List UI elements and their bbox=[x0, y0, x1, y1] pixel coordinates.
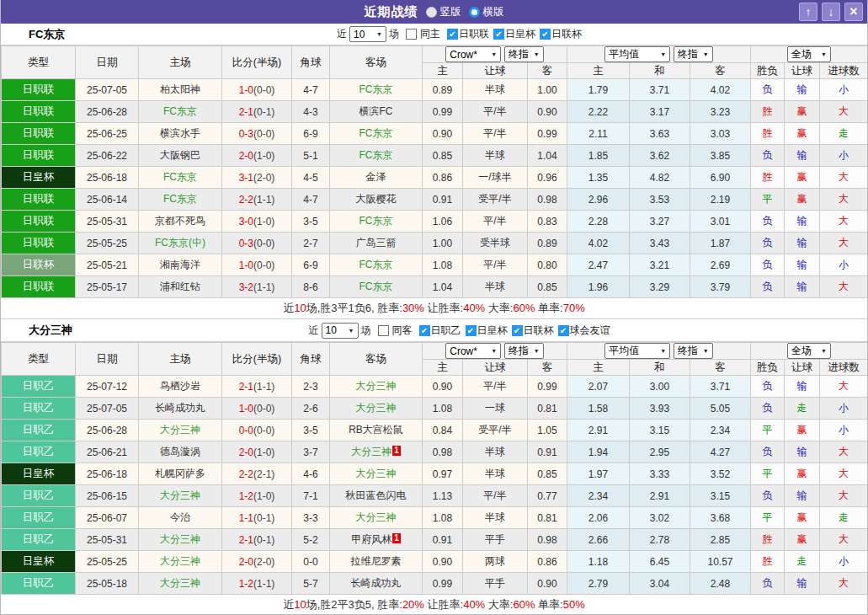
home-team: 京都不死鸟 bbox=[139, 211, 222, 233]
handicap-result: 输 bbox=[785, 573, 820, 595]
col-handicap-result: 让球 bbox=[785, 360, 820, 376]
league-checkbox-label: 日职乙 bbox=[431, 324, 461, 338]
corner-count: 0-0 bbox=[292, 551, 330, 573]
match-score: 2-2(2-1) bbox=[222, 463, 292, 485]
home-team: 大分三神 bbox=[139, 420, 222, 441]
league-checkbox[interactable]: ✔ bbox=[466, 325, 477, 336]
home-odds: 1.08 bbox=[423, 398, 463, 420]
average-value: 平均值 bbox=[609, 47, 639, 62]
league-checkbox[interactable]: ✔ bbox=[447, 29, 458, 40]
avg-draw-odds: 2.78 bbox=[630, 529, 690, 551]
summary-row: 近10场,胜2平3负5, 胜率:20% 让胜率:40% 大率:60% 单率:50… bbox=[1, 595, 867, 615]
halftime-score: (0-0) bbox=[253, 128, 274, 140]
table-row: 日职联25-06-22大阪钢巴2-0(1-0)5-1FC东京0.85半球1.04… bbox=[2, 145, 868, 167]
summary-text: 大率: bbox=[485, 598, 513, 611]
avg-home-odds: 1.18 bbox=[567, 551, 630, 573]
home-odds: 0.90 bbox=[423, 551, 463, 573]
home-team: 大阪钢巴 bbox=[139, 145, 222, 167]
results-table: 类型 日期 主场 比分(半场) 角球 客场 Crow*▼ 终指▼ 平均值▼ 终指… bbox=[1, 342, 868, 595]
avg-home-odds: 1.85 bbox=[567, 145, 630, 167]
away-odds: 0.99 bbox=[528, 123, 567, 145]
avg-away-odds: 5.05 bbox=[690, 398, 751, 420]
handicap-line: 平/半 bbox=[463, 376, 528, 398]
away-team: 大阪樱花 bbox=[330, 189, 423, 211]
home-team: 长崎成功丸 bbox=[139, 398, 222, 420]
fulltime-score: 2-2 bbox=[239, 194, 253, 206]
chevron-down-icon: ▼ bbox=[376, 31, 382, 37]
league-checkbox[interactable]: ✔ bbox=[540, 29, 551, 40]
odds-company-select[interactable]: Crow*▼ bbox=[445, 46, 501, 62]
fulltime-score: 0-0 bbox=[239, 425, 253, 436]
league-checkboxes: ✔日职联✔日皇杯✔日联杯 bbox=[443, 27, 582, 41]
avg-draw-odds: 3.62 bbox=[630, 145, 690, 167]
average-select[interactable]: 平均值▼ bbox=[604, 343, 670, 359]
full-match-select[interactable]: 全场▼ bbox=[787, 343, 831, 359]
avg-draw-odds: 2.95 bbox=[630, 441, 690, 463]
average-select[interactable]: 平均值▼ bbox=[604, 46, 670, 62]
home-odds: 0.99 bbox=[423, 101, 463, 123]
summary-text: 让胜率: bbox=[424, 302, 463, 314]
avg-away-odds: 3.85 bbox=[690, 145, 751, 167]
league-checkbox[interactable]: ✔ bbox=[493, 29, 504, 40]
handicap-result: 赢 bbox=[785, 123, 820, 145]
avg-draw-odds: 3.04 bbox=[630, 573, 690, 595]
match-type-badge: 日职乙 bbox=[2, 529, 76, 551]
halftime-score: (2-0) bbox=[253, 556, 274, 568]
odds-company-value: Crow* bbox=[450, 49, 477, 61]
league-checkbox[interactable]: ✔ bbox=[419, 325, 430, 336]
move-down-button[interactable]: ↓ bbox=[822, 3, 840, 21]
handicap-line: 平/半 bbox=[463, 101, 528, 123]
same-venue-checkbox[interactable] bbox=[406, 29, 417, 40]
final-odds-select-2[interactable]: 终指▼ bbox=[674, 46, 713, 62]
fulltime-score: 1-0 bbox=[239, 84, 253, 96]
summary-text: 50% bbox=[563, 598, 585, 611]
avg-home-odds: 2.47 bbox=[567, 254, 630, 276]
handicap-line: 半球 bbox=[463, 145, 528, 167]
avg-away-odds: 4.02 bbox=[690, 79, 751, 101]
summary-text: 单率: bbox=[535, 302, 562, 314]
final-odds-select-2[interactable]: 终指▼ bbox=[674, 343, 713, 359]
close-button[interactable]: × bbox=[844, 3, 863, 21]
home-team: 大分三神 bbox=[139, 529, 222, 551]
odds-company-value: Crow* bbox=[450, 345, 477, 357]
summary-text: 10 bbox=[294, 598, 306, 611]
layout-radio-horizontal[interactable]: 横版 bbox=[469, 5, 504, 19]
odds-company-select[interactable]: Crow*▼ bbox=[445, 343, 501, 359]
col-away: 客场 bbox=[330, 46, 423, 79]
full-match-group-header: 全场▼ bbox=[751, 46, 868, 63]
radio-icon[interactable] bbox=[426, 7, 437, 18]
match-count-select[interactable]: 10 ▼ bbox=[349, 26, 386, 42]
avg-draw-odds: 3.63 bbox=[630, 123, 690, 145]
league-checkbox[interactable]: ✔ bbox=[558, 325, 569, 336]
move-up-button[interactable]: ↑ bbox=[799, 3, 817, 21]
league-checkbox[interactable]: ✔ bbox=[512, 325, 523, 336]
away-odds: 1.04 bbox=[528, 145, 567, 167]
away-odds: 0.77 bbox=[528, 485, 567, 507]
full-match-select[interactable]: 全场▼ bbox=[787, 46, 831, 62]
avg-draw-odds: 3.43 bbox=[630, 233, 690, 254]
match-date: 25-06-25 bbox=[76, 123, 139, 145]
avg-draw-odds: 3.29 bbox=[630, 276, 690, 298]
radio-icon[interactable] bbox=[469, 7, 480, 18]
away-team: 大分三神 bbox=[330, 398, 423, 420]
final-odds-value: 终指 bbox=[678, 47, 698, 62]
near-label: 近 bbox=[309, 324, 319, 338]
final-odds-select[interactable]: 终指▼ bbox=[504, 343, 544, 359]
same-venue-checkbox[interactable] bbox=[378, 325, 389, 336]
goals-result: 大 bbox=[820, 463, 868, 485]
summary-text: 30% bbox=[402, 302, 424, 314]
avg-draw-odds: 3.53 bbox=[630, 189, 690, 211]
away-team: FC东京 bbox=[330, 276, 423, 298]
avg-home-odds: 1.79 bbox=[567, 79, 630, 101]
home-odds: 0.85 bbox=[423, 145, 463, 167]
match-count-select[interactable]: 10 ▼ bbox=[322, 323, 359, 339]
table-row: 日职乙25-06-28大分三神0-0(0-0)3-5RB大宫松鼠0.84受平/半… bbox=[2, 420, 868, 441]
goals-result: 大 bbox=[820, 211, 868, 233]
goals-result: 小 bbox=[820, 551, 868, 573]
corner-count: 4-3 bbox=[292, 101, 330, 123]
win-loss-result: 胜 bbox=[751, 123, 785, 145]
layout-radio-vertical[interactable]: 竖版 bbox=[426, 5, 461, 19]
col-result: 胜负 bbox=[751, 360, 785, 376]
final-odds-select[interactable]: 终指▼ bbox=[504, 46, 544, 62]
col-avg-away: 客 bbox=[690, 63, 751, 79]
